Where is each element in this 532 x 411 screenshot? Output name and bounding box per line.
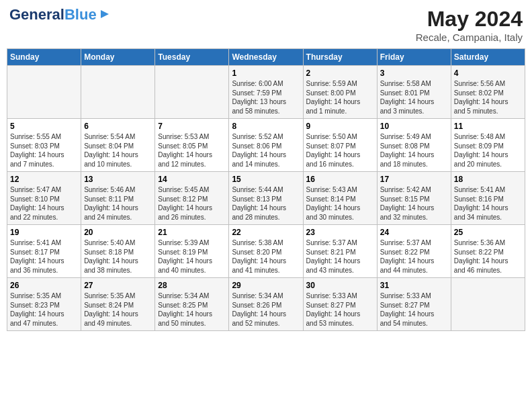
calendar-week-row: 26Sunrise: 5:35 AM Sunset: 8:23 PM Dayli… [7,278,525,331]
day-info: Sunrise: 5:41 AM Sunset: 8:16 PM Dayligh… [454,185,522,222]
day-info: Sunrise: 5:34 AM Sunset: 8:25 PM Dayligh… [158,291,226,328]
calendar-cell: 24Sunrise: 5:37 AM Sunset: 8:22 PM Dayli… [377,225,451,278]
day-info: Sunrise: 5:54 AM Sunset: 8:04 PM Dayligh… [84,132,152,169]
day-info: Sunrise: 5:46 AM Sunset: 8:11 PM Dayligh… [84,185,152,222]
calendar-cell: 8Sunrise: 5:52 AM Sunset: 8:06 PM Daylig… [229,119,303,172]
day-number: 29 [232,281,300,290]
day-number: 12 [10,175,78,184]
day-number: 3 [380,68,448,78]
day-info: Sunrise: 5:48 AM Sunset: 8:09 PM Dayligh… [454,132,522,169]
day-info: Sunrise: 5:55 AM Sunset: 8:03 PM Dayligh… [10,132,78,169]
calendar-cell: 4Sunrise: 5:56 AM Sunset: 8:02 PM Daylig… [451,66,525,119]
calendar-cell: 12Sunrise: 5:47 AM Sunset: 8:10 PM Dayli… [7,172,81,225]
calendar-week-row: 19Sunrise: 5:41 AM Sunset: 8:17 PM Dayli… [7,225,525,278]
day-number: 26 [10,281,78,290]
day-info: Sunrise: 5:35 AM Sunset: 8:23 PM Dayligh… [10,291,78,328]
day-number: 5 [10,122,78,131]
page-header: GeneralBlue May 2024 Recale, Campania, I… [7,7,525,43]
day-number: 11 [454,122,522,131]
calendar-cell: 29Sunrise: 5:34 AM Sunset: 8:26 PM Dayli… [229,278,303,331]
day-info: Sunrise: 5:50 AM Sunset: 8:07 PM Dayligh… [306,132,374,169]
calendar-cell: 15Sunrise: 5:44 AM Sunset: 8:13 PM Dayli… [229,172,303,225]
day-info: Sunrise: 5:59 AM Sunset: 8:00 PM Dayligh… [306,79,374,116]
calendar-cell: 30Sunrise: 5:33 AM Sunset: 8:27 PM Dayli… [303,278,377,331]
location-title: Recale, Campania, Italy [416,32,523,43]
day-number: 7 [158,122,226,131]
logo-arrow-icon [98,7,112,21]
calendar-cell: 10Sunrise: 5:49 AM Sunset: 8:08 PM Dayli… [377,119,451,172]
day-info: Sunrise: 5:33 AM Sunset: 8:27 PM Dayligh… [306,291,374,328]
day-info: Sunrise: 5:43 AM Sunset: 8:14 PM Dayligh… [306,185,374,222]
logo-text: GeneralBlue [9,7,97,23]
month-title: May 2024 [416,7,523,32]
calendar-cell [7,66,81,119]
calendar-cell: 6Sunrise: 5:54 AM Sunset: 8:04 PM Daylig… [81,119,155,172]
calendar-cell: 11Sunrise: 5:48 AM Sunset: 8:09 PM Dayli… [451,119,525,172]
calendar-cell [451,278,525,331]
day-info: Sunrise: 5:35 AM Sunset: 8:24 PM Dayligh… [84,291,152,328]
day-number: 14 [158,175,226,184]
title-block: May 2024 Recale, Campania, Italy [416,7,523,43]
weekday-header-cell: Sunday [7,49,81,66]
day-info: Sunrise: 5:49 AM Sunset: 8:08 PM Dayligh… [380,132,448,169]
day-info: Sunrise: 5:58 AM Sunset: 8:01 PM Dayligh… [380,79,448,116]
day-info: Sunrise: 5:37 AM Sunset: 8:22 PM Dayligh… [380,238,448,275]
day-number: 8 [232,122,300,131]
day-info: Sunrise: 5:40 AM Sunset: 8:18 PM Dayligh… [84,238,152,275]
calendar-cell: 31Sunrise: 5:33 AM Sunset: 8:27 PM Dayli… [377,278,451,331]
day-number: 13 [84,175,152,184]
day-info: Sunrise: 5:33 AM Sunset: 8:27 PM Dayligh… [380,291,448,328]
calendar-table: SundayMondayTuesdayWednesdayThursdayFrid… [7,48,525,331]
calendar-cell: 16Sunrise: 5:43 AM Sunset: 8:14 PM Dayli… [303,172,377,225]
day-number: 18 [454,175,522,184]
calendar-cell: 26Sunrise: 5:35 AM Sunset: 8:23 PM Dayli… [7,278,81,331]
day-number: 24 [380,228,448,237]
day-number: 6 [84,122,152,131]
calendar-cell: 7Sunrise: 5:53 AM Sunset: 8:05 PM Daylig… [155,119,229,172]
day-number: 31 [380,281,448,290]
day-info: Sunrise: 5:53 AM Sunset: 8:05 PM Dayligh… [158,132,226,169]
day-number: 10 [380,122,448,131]
svg-marker-0 [101,10,109,18]
day-info: Sunrise: 5:36 AM Sunset: 8:22 PM Dayligh… [454,238,522,275]
day-info: Sunrise: 5:56 AM Sunset: 8:02 PM Dayligh… [454,79,522,116]
day-info: Sunrise: 5:41 AM Sunset: 8:17 PM Dayligh… [10,238,78,275]
day-number: 17 [380,175,448,184]
calendar-cell: 20Sunrise: 5:40 AM Sunset: 8:18 PM Dayli… [81,225,155,278]
weekday-header-cell: Saturday [451,49,525,66]
day-number: 2 [306,68,374,78]
day-info: Sunrise: 5:44 AM Sunset: 8:13 PM Dayligh… [232,185,300,222]
calendar-cell [81,66,155,119]
logo: GeneralBlue [9,7,112,23]
day-info: Sunrise: 5:39 AM Sunset: 8:19 PM Dayligh… [158,238,226,275]
calendar-cell: 28Sunrise: 5:34 AM Sunset: 8:25 PM Dayli… [155,278,229,331]
weekday-header-cell: Tuesday [155,49,229,66]
day-number: 20 [84,228,152,237]
day-number: 28 [158,281,226,290]
day-info: Sunrise: 5:34 AM Sunset: 8:26 PM Dayligh… [232,291,300,328]
calendar-cell: 3Sunrise: 5:58 AM Sunset: 8:01 PM Daylig… [377,66,451,119]
day-number: 30 [306,281,374,290]
day-number: 23 [306,228,374,237]
day-info: Sunrise: 5:47 AM Sunset: 8:10 PM Dayligh… [10,185,78,222]
day-number: 16 [306,175,374,184]
weekday-header-cell: Wednesday [229,49,303,66]
calendar-week-row: 12Sunrise: 5:47 AM Sunset: 8:10 PM Dayli… [7,172,525,225]
calendar-cell: 18Sunrise: 5:41 AM Sunset: 8:16 PM Dayli… [451,172,525,225]
day-number: 4 [454,68,522,78]
calendar-cell: 17Sunrise: 5:42 AM Sunset: 8:15 PM Dayli… [377,172,451,225]
day-number: 15 [232,175,300,184]
calendar-cell: 25Sunrise: 5:36 AM Sunset: 8:22 PM Dayli… [451,225,525,278]
day-number: 25 [454,228,522,237]
calendar-cell: 27Sunrise: 5:35 AM Sunset: 8:24 PM Dayli… [81,278,155,331]
day-info: Sunrise: 5:45 AM Sunset: 8:12 PM Dayligh… [158,185,226,222]
weekday-header-row: SundayMondayTuesdayWednesdayThursdayFrid… [7,49,525,66]
calendar-cell: 21Sunrise: 5:39 AM Sunset: 8:19 PM Dayli… [155,225,229,278]
calendar-cell: 23Sunrise: 5:37 AM Sunset: 8:21 PM Dayli… [303,225,377,278]
day-info: Sunrise: 5:37 AM Sunset: 8:21 PM Dayligh… [306,238,374,275]
day-info: Sunrise: 5:52 AM Sunset: 8:06 PM Dayligh… [232,132,300,169]
day-number: 9 [306,122,374,131]
calendar-week-row: 1Sunrise: 6:00 AM Sunset: 7:59 PM Daylig… [7,66,525,119]
calendar-cell: 1Sunrise: 6:00 AM Sunset: 7:59 PM Daylig… [229,66,303,119]
calendar-cell: 2Sunrise: 5:59 AM Sunset: 8:00 PM Daylig… [303,66,377,119]
